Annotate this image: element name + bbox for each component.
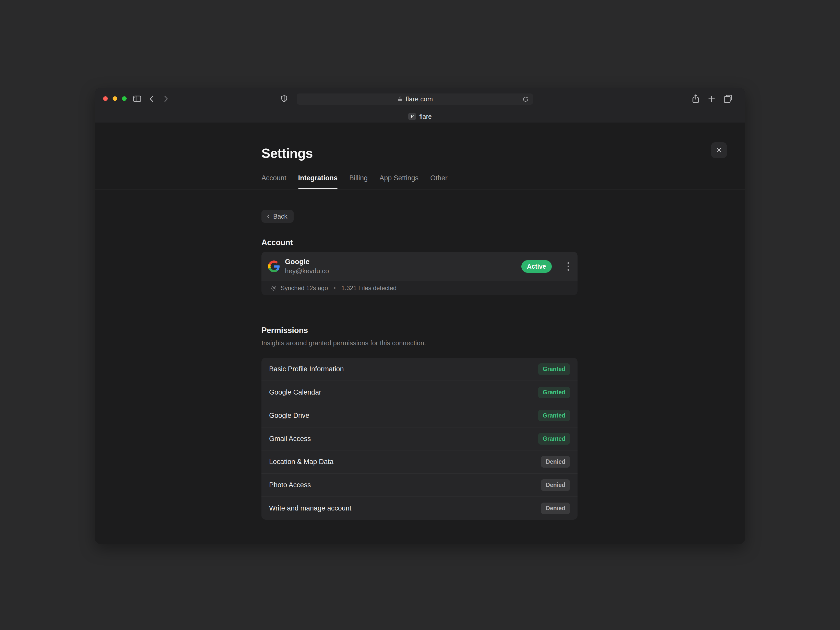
page-title: Settings: [261, 145, 313, 161]
tab-billing[interactable]: Billing: [349, 174, 368, 189]
status-badge: Active: [521, 260, 552, 273]
permission-label: Google Drive: [269, 412, 309, 420]
permission-status-badge: Granted: [538, 363, 570, 375]
permission-row: Basic Profile InformationGranted: [261, 358, 578, 381]
privacy-shield-icon[interactable]: [280, 95, 289, 103]
zoom-window-button[interactable]: [122, 96, 126, 101]
permissions-subtitle: Insights around granted permissions for …: [261, 339, 426, 347]
permission-status-badge: Granted: [538, 433, 570, 445]
sync-status: Synched 12s ago: [281, 284, 328, 292]
close-icon: [715, 147, 723, 154]
permission-label: Gmail Access: [269, 435, 311, 443]
address-bar[interactable]: flare.com: [297, 93, 533, 105]
account-section-heading: Account: [261, 238, 293, 247]
close-settings-button[interactable]: [711, 142, 727, 158]
permission-label: Google Calendar: [269, 388, 321, 396]
settings-tabs: AccountIntegrationsBillingApp SettingsOt…: [261, 174, 448, 189]
sidebar-toggle-icon[interactable]: [132, 94, 142, 104]
tab-other[interactable]: Other: [430, 174, 448, 189]
permission-row: Photo AccessDenied: [261, 473, 578, 496]
browser-tab[interactable]: F flare: [95, 111, 745, 123]
permission-row: Google CalendarGranted: [261, 381, 578, 404]
permission-status-badge: Denied: [541, 479, 570, 491]
tab-app-settings[interactable]: App Settings: [379, 174, 418, 189]
close-window-button[interactable]: [103, 96, 108, 101]
google-connection-card: Google hey@kevdu.co Active Synched 12s a…: [261, 252, 578, 295]
tab-integrations[interactable]: Integrations: [298, 174, 338, 189]
permission-status-badge: Granted: [538, 387, 570, 398]
tab-favicon: F: [408, 113, 416, 120]
provider-email: hey@kevdu.co: [285, 267, 516, 275]
permission-label: Photo Access: [269, 481, 311, 489]
permission-row: Google DriveGranted: [261, 404, 578, 427]
window-controls: [103, 96, 126, 101]
browser-window: flare.com F flare: [95, 88, 745, 544]
permission-label: Write and manage account: [269, 504, 351, 512]
connection-row: Google hey@kevdu.co Active: [261, 252, 578, 281]
provider-name: Google: [285, 258, 516, 266]
minimize-window-button[interactable]: [113, 96, 117, 101]
reload-icon[interactable]: [522, 96, 529, 103]
sync-icon: [271, 285, 277, 291]
browser-toolbar: flare.com F flare: [95, 88, 745, 123]
connection-meta: Synched 12s ago • 1.321 Files detected: [261, 281, 578, 295]
permission-status-badge: Granted: [538, 410, 570, 422]
permission-row: Gmail AccessGranted: [261, 427, 578, 450]
chevron-left-icon: [266, 214, 271, 219]
tab-title: flare: [419, 113, 432, 120]
share-icon[interactable]: [691, 94, 701, 104]
permissions-section-heading: Permissions: [261, 326, 308, 335]
permission-status-badge: Denied: [541, 502, 570, 514]
settings-page: Settings AccountIntegrationsBillingApp S…: [95, 123, 745, 544]
meta-dot: •: [333, 284, 335, 292]
permission-label: Location & Map Data: [269, 458, 333, 466]
permission-row: Location & Map DataDenied: [261, 450, 578, 473]
back-button-label: Back: [273, 213, 287, 220]
url-text: flare.com: [406, 95, 433, 103]
back-nav-icon[interactable]: [147, 94, 157, 104]
section-divider: [261, 310, 578, 310]
permissions-list: Basic Profile InformationGrantedGoogle C…: [261, 358, 578, 519]
permission-label: Basic Profile Information: [269, 365, 344, 373]
more-options-icon[interactable]: [567, 261, 570, 272]
google-logo-icon: [268, 261, 280, 272]
lock-icon: [397, 96, 403, 102]
forward-nav-icon[interactable]: [161, 94, 171, 104]
tab-account[interactable]: Account: [261, 174, 286, 189]
new-tab-icon[interactable]: [707, 94, 717, 104]
tab-overview-icon[interactable]: [723, 94, 733, 104]
files-detected: 1.321 Files detected: [341, 284, 396, 292]
permission-status-badge: Denied: [541, 456, 570, 467]
back-button[interactable]: Back: [261, 210, 294, 223]
tabs-divider: [95, 189, 745, 189]
permission-row: Write and manage accountDenied: [261, 496, 578, 519]
